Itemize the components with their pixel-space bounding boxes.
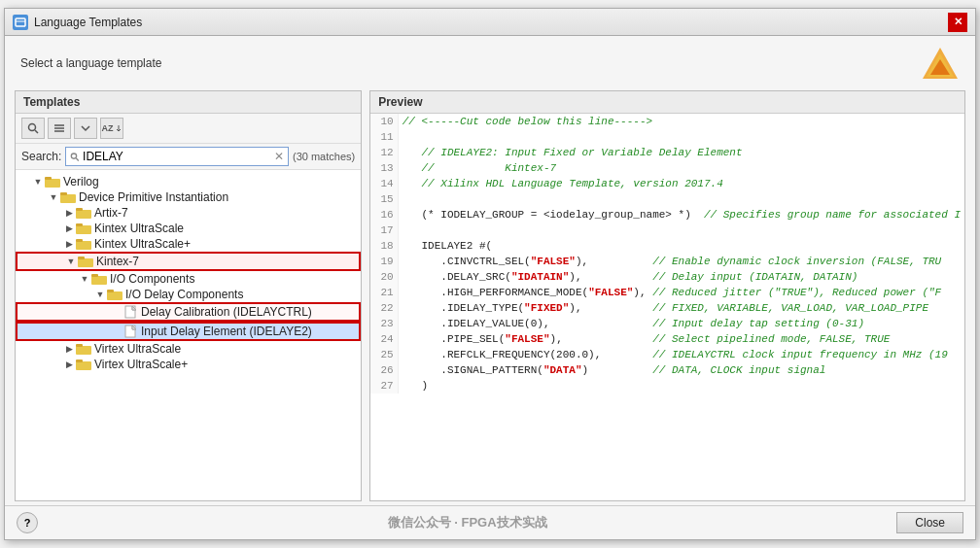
sort-button[interactable]: AZ [100,118,123,139]
svg-rect-27 [107,290,114,292]
tree-item-delay-cal[interactable]: Delay Calibration (IDELAYCTRL) [16,302,361,322]
search-clear-button[interactable]: ✕ [274,151,284,162]
search-row: Search: ✕ (30 matches) [16,144,361,170]
line-num-11: 11 [370,129,398,145]
line-num-24: 24 [370,331,398,347]
code-table: 10 // <-----Cut code below this line----… [370,114,964,394]
code-area[interactable]: 10 // <-----Cut code below this line----… [370,114,964,500]
code-row-15: 15 [370,191,964,207]
code-line-25: .REFCLK_FREQUENCY(200.0), // IDELAYCTRL … [398,347,964,362]
watermark: 微信公众号 · FPGA技术实战 [44,514,891,531]
tree-label-input-delay: Input Delay Element (IDELAYE2) [141,325,312,338]
svg-point-5 [29,124,36,131]
svg-rect-35 [76,360,83,362]
code-row-22: 22 .IDELAY_TYPE("FIXED"), // FIXED, VARI… [370,300,964,316]
help-button[interactable]: ? [17,512,38,533]
dialog-header: Select a language template [5,36,975,86]
arrow-artix7: ▶ [62,208,76,218]
dialog-icon [13,15,28,30]
svg-rect-24 [91,276,107,285]
right-panel: Preview 10 // <-----Cut code below this … [369,90,965,501]
tree-item-io-delay[interactable]: ▼ I/O Delay Components [16,287,361,302]
tree-label-io-components: I/O Components [110,272,194,286]
folder-icon-virtex-ultra [76,343,91,356]
arrow-dev-prim: ▼ [47,192,60,202]
svg-rect-22 [78,258,93,267]
tree-item-input-delay[interactable]: Input Delay Element (IDELAYE2) [16,322,361,341]
folder-icon-virtex-ultra-plus [76,359,91,371]
arrow-kintex-ultra-plus: ▶ [62,239,76,249]
tree-label-kintex-ultra-plus: Kintex UltraScale+ [94,237,191,251]
svg-rect-25 [91,274,98,277]
search-tool-button[interactable] [21,118,45,139]
main-content: Templates AZ Search: [5,86,975,505]
folder-icon-kintex-ultra-plus [76,238,91,251]
code-row-13: 13 // Kintex-7 [370,160,964,176]
code-row-20: 20 .DELAY_SRC("IDATAIN"), // Delay input… [370,269,964,285]
tree-area[interactable]: ▼ Verilog ▼ Device Primitive Instantiati… [16,170,361,500]
arrow-verilog: ▼ [31,177,45,187]
folder-icon-artix7 [76,207,91,220]
expand-button[interactable] [74,118,97,139]
tree-item-dev-prim[interactable]: ▼ Device Primitive Instantiation [16,189,361,205]
code-line-18: IDELAYE2 #( [398,238,964,254]
language-templates-dialog: Language Templates ✕ Select a language t… [4,8,976,540]
tree-label-verilog: Verilog [63,175,99,188]
close-x-button[interactable]: ✕ [948,13,967,32]
code-line-22: .IDELAY_TYPE("FIXED"), // FIXED, VARIABL… [398,300,964,316]
collapse-all-button[interactable] [48,118,71,139]
svg-rect-19 [76,223,83,226]
tree-item-verilog[interactable]: ▼ Verilog [16,174,361,189]
arrow-spacer-input-delay [111,326,124,336]
svg-rect-32 [76,346,91,355]
tree-item-kintex7[interactable]: ▼ Kintex-7 [16,252,361,271]
svg-rect-23 [78,257,85,259]
arrow-spacer-delay-cal [111,307,124,317]
close-button[interactable]: Close [896,512,963,533]
tree-label-dev-prim: Device Primitive Instantiation [79,190,228,204]
folder-icon-dev-prim [60,191,76,204]
svg-rect-0 [16,18,25,26]
tree-item-kintex-ultra[interactable]: ▶ Kintex UltraScale [16,221,361,236]
search-input[interactable] [83,150,271,163]
line-num-25: 25 [370,347,398,362]
code-row-17: 17 [370,223,964,238]
vivado-logo [921,46,960,81]
code-line-14: // Xilinx HDL Language Template, version… [398,176,964,191]
tree-label-kintex7: Kintex-7 [96,255,139,268]
code-line-24: .PIPE_SEL("FALSE"), // Select pipelined … [398,331,964,347]
toolbar: AZ [16,114,361,144]
svg-rect-18 [76,225,91,234]
line-num-15: 15 [370,191,398,207]
line-num-18: 18 [370,238,398,254]
line-num-14: 14 [370,176,398,191]
tree-item-artix7[interactable]: ▶ Artix-7 [16,205,361,221]
folder-icon-kintex7 [78,256,93,268]
svg-rect-13 [45,177,52,180]
tree-label-io-delay: I/O Delay Components [125,288,243,301]
tree-label-virtex-ultra: Virtex UltraScale [94,342,181,356]
tree-label-kintex-ultra: Kintex UltraScale [94,222,184,235]
file-icon-input-delay [124,325,138,338]
tree-item-kintex-ultra-plus[interactable]: ▶ Kintex UltraScale+ [16,236,361,252]
svg-rect-34 [76,361,91,370]
svg-rect-16 [76,210,91,219]
code-line-10: // <-----Cut code below this line-----> [398,114,964,129]
code-line-17 [398,223,964,238]
preview-header: Preview [370,91,964,114]
code-row-11: 11 [370,129,964,145]
code-line-19: .CINVCTRL_SEL("FALSE"), // Enable dynami… [398,254,964,269]
line-num-26: 26 [370,362,398,378]
search-box: ✕ [65,147,289,166]
tree-item-virtex-ultra[interactable]: ▶ Virtex UltraScale [16,341,361,357]
title-bar: Language Templates ✕ [5,9,975,36]
search-label: Search: [21,150,61,163]
tree-item-virtex-ultra-plus[interactable]: ▶ Virtex UltraScale+ [16,357,361,372]
svg-rect-21 [76,239,83,242]
arrow-io-components: ▼ [78,274,91,284]
svg-rect-14 [60,194,76,203]
tree-item-io-components[interactable]: ▼ I/O Components [16,271,361,287]
line-num-13: 13 [370,160,398,176]
code-line-26: .SIGNAL_PATTERN("DATA") // DATA, CLOCK i… [398,362,964,378]
svg-rect-17 [76,208,83,211]
